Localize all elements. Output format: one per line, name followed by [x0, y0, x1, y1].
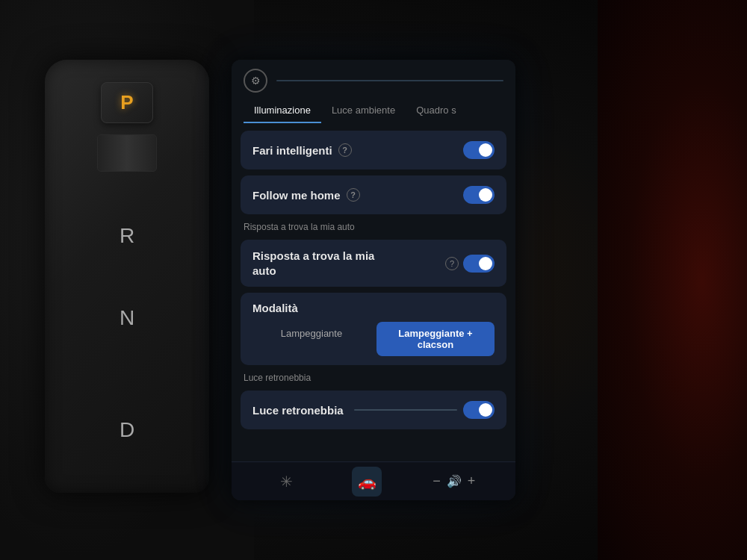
risposta-label: Risposta a trova la mia auto: [252, 249, 374, 278]
volume-control: − 🔊 +: [433, 473, 475, 489]
follow-me-home-toggle[interactable]: [463, 186, 495, 204]
retro-dash: [354, 409, 457, 411]
follow-me-home-label: Follow me home ?: [252, 188, 360, 202]
gear-n: N: [120, 306, 134, 330]
risposta-toggle[interactable]: [463, 255, 495, 273]
p-label: P: [120, 91, 133, 114]
fari-intelligenti-toggle[interactable]: [463, 141, 495, 159]
fan-icon[interactable]: ✳: [272, 467, 302, 497]
retro-label: Luce retronebbia: [252, 404, 344, 417]
settings-content: Fari intelligenti ? Follow me home ? Ris…: [232, 123, 515, 461]
tab-quadro[interactable]: Quadro s: [406, 99, 466, 123]
volume-icon: 🔊: [447, 474, 462, 488]
gear-shifter-area: P R N D: [0, 0, 254, 560]
luce-retronebbia-card: Luce retronebbia: [241, 391, 506, 429]
modalita-lampeggiante-clacson[interactable]: Lampeggiante + clacson: [376, 322, 495, 356]
risposta-controls: ?: [445, 255, 495, 273]
p-button[interactable]: P: [101, 82, 153, 123]
settings-glyph: ⚙: [251, 75, 261, 87]
tab-bar: Illuminazione Luce ambiente Quadro s: [232, 93, 515, 123]
fari-intelligenti-label: Fari intelligenti ?: [252, 143, 352, 157]
risposta-section-label: Risposta a trova la mia auto: [241, 220, 506, 234]
screen-content: ⚙ Illuminazione Luce ambiente Quadro s F…: [232, 60, 515, 500]
risposta-help-icon[interactable]: ?: [445, 257, 459, 270]
gear-d: D: [120, 418, 134, 442]
modalita-lampeggiante[interactable]: Lampeggiante: [252, 322, 371, 356]
luce-retronebbia-section-label: Luce retronebbia: [241, 371, 506, 385]
modalita-title: Modalità: [252, 302, 495, 314]
volume-minus[interactable]: −: [433, 473, 441, 489]
modalita-options: Lampeggiante Lampeggiante + clacson: [252, 322, 495, 356]
modalita-card: Modalità Lampeggiante Lampeggiante + cla…: [241, 293, 506, 365]
volume-plus[interactable]: +: [468, 473, 476, 489]
fari-help-icon[interactable]: ?: [338, 143, 352, 157]
retro-label-row: Luce retronebbia: [252, 404, 463, 417]
retronebbia-toggle[interactable]: [463, 401, 495, 419]
bottom-bar: ✳ 🚗 − 🔊 +: [232, 461, 515, 500]
infotainment-screen: ⚙ Illuminazione Luce ambiente Quadro s F…: [232, 60, 515, 500]
right-upholstery: [598, 0, 747, 560]
shifter-body: P R N D: [45, 60, 209, 493]
settings-icon[interactable]: ⚙: [244, 69, 267, 93]
tab-illuminazione[interactable]: Illuminazione: [244, 99, 321, 123]
follow-help-icon[interactable]: ?: [347, 188, 360, 202]
shifter-grip: [97, 134, 157, 172]
follow-me-home-card: Follow me home ?: [241, 175, 506, 214]
car-icon[interactable]: 🚗: [352, 467, 382, 497]
gear-r: R: [120, 224, 134, 248]
top-bar: ⚙: [232, 60, 515, 93]
tab-luce-ambiente[interactable]: Luce ambiente: [321, 99, 406, 123]
fari-intelligenti-card: Fari intelligenti ?: [241, 131, 506, 169]
top-divider: [276, 80, 503, 81]
risposta-card: Risposta a trova la mia auto ?: [241, 240, 506, 287]
